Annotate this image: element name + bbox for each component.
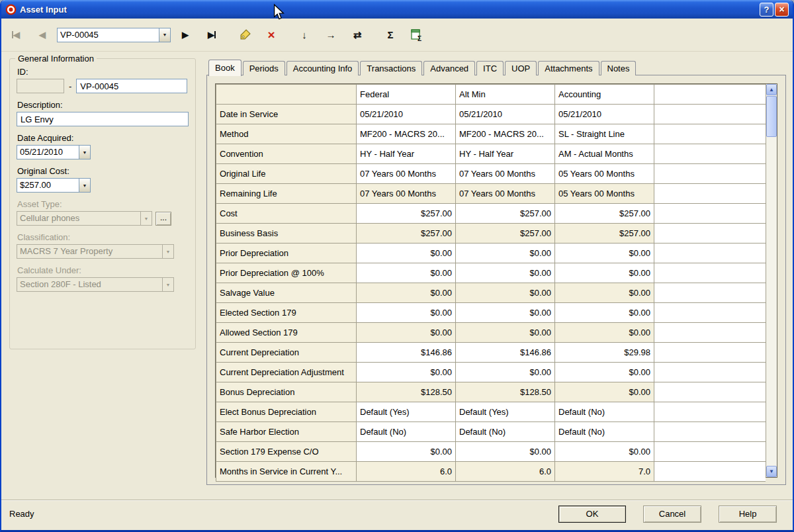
grid-cell[interactable]: $0.00 (456, 363, 555, 382)
move-down-button[interactable]: ↓ (296, 26, 312, 44)
grid-cell[interactable]: Default (Yes) (357, 402, 456, 422)
grid-cell[interactable]: 05 Years 00 Months (555, 164, 654, 184)
tab-notes[interactable]: Notes (601, 61, 637, 75)
grid-row: ConventionHY - Half YearHY - Half YearAM… (216, 144, 766, 164)
grid-cell[interactable]: $0.00 (555, 283, 654, 303)
vertical-scrollbar[interactable]: ▲ ▼ (766, 84, 777, 477)
date-acquired-combo[interactable]: 05/21/2010 ▼ (17, 145, 91, 159)
grid-cell[interactable]: $0.00 (456, 283, 555, 303)
grid-cell[interactable]: $0.00 (456, 244, 555, 263)
grid-cell[interactable]: $257.00 (456, 224, 555, 244)
tab-uop[interactable]: UOP (505, 61, 537, 75)
grid-cell[interactable]: $257.00 (357, 204, 456, 224)
grid-cell[interactable]: $0.00 (456, 303, 555, 323)
grid-cell[interactable]: 6.0 (456, 462, 555, 482)
grid-cell[interactable]: AM - Actual Months (555, 144, 654, 164)
add-asset-button[interactable] (237, 26, 253, 44)
tab-itc[interactable]: ITC (476, 61, 504, 75)
grid-cell[interactable]: $29.98 (555, 343, 654, 363)
chevron-down-icon[interactable]: ▼ (159, 28, 170, 42)
tab-accounting-info[interactable]: Accounting Info (287, 61, 359, 75)
tab-periods[interactable]: Periods (243, 61, 285, 75)
grid-cell[interactable]: Default (No) (456, 422, 555, 442)
grid-cell[interactable]: MF200 - MACRS 20... (357, 124, 456, 144)
grid-cell[interactable]: $257.00 (456, 204, 555, 224)
grid-cell[interactable]: 07 Years 00 Months (456, 164, 555, 184)
grid-cell[interactable]: 7.0 (555, 462, 654, 482)
grid-cell[interactable]: $0.00 (456, 323, 555, 343)
grid-cell[interactable]: Default (No) (555, 402, 654, 422)
scrollbar-thumb[interactable] (766, 96, 777, 137)
grid-cell[interactable]: $0.00 (555, 244, 654, 263)
grid-cell[interactable]: $0.00 (456, 442, 555, 462)
scroll-down-button[interactable]: ▼ (766, 466, 777, 477)
move-right-button[interactable]: → (323, 26, 339, 44)
grid-cell[interactable]: 07 Years 00 Months (456, 184, 555, 204)
grid-cell[interactable]: $0.00 (555, 303, 654, 323)
grid-cell[interactable]: $0.00 (555, 442, 654, 462)
help-button[interactable]: Help (719, 506, 777, 523)
grid-cell[interactable]: $0.00 (357, 244, 456, 263)
grid-cell[interactable]: 05/21/2010 (456, 105, 555, 124)
transfer-button[interactable]: ⇄ (349, 26, 365, 44)
grid-cell[interactable]: HY - Half Year (357, 144, 456, 164)
record-selector-combo[interactable]: VP-00045 ▼ (57, 28, 171, 42)
grid-cell[interactable]: $257.00 (357, 224, 456, 244)
grid-cell[interactable]: $0.00 (357, 363, 456, 382)
grid-cell[interactable]: 07 Years 00 Months (357, 184, 456, 204)
grid-cell[interactable]: 6.0 (357, 462, 456, 482)
description-field[interactable]: LG Envy (17, 112, 189, 126)
id-field[interactable]: VP-00045 (76, 79, 187, 93)
chevron-down-icon[interactable]: ▼ (79, 146, 90, 159)
grid-cell[interactable]: $128.50 (357, 382, 456, 402)
grid-cell[interactable]: $0.00 (555, 323, 654, 343)
previous-record-icon: ◀ (39, 30, 46, 39)
asset-type-browse-button[interactable]: ... (155, 212, 171, 226)
grid-cell[interactable]: $0.00 (555, 382, 654, 402)
tab-book[interactable]: Book (208, 60, 242, 76)
grid-cell[interactable]: Default (No) (357, 422, 456, 442)
grid-cell[interactable]: $0.00 (456, 263, 555, 283)
nav-first-record-button[interactable]: ◀ (8, 26, 24, 44)
grid-cell[interactable]: $0.00 (357, 303, 456, 323)
chevron-down-icon[interactable]: ▼ (79, 179, 90, 192)
grid-cell[interactable]: $0.00 (555, 363, 654, 382)
grid-cell[interactable]: HY - Half Year (456, 144, 555, 164)
close-button[interactable]: × (775, 3, 789, 17)
grid-cell[interactable]: Default (Yes) (456, 402, 555, 422)
calculation-report-button[interactable]: Σ (409, 26, 425, 44)
scrollbar-track[interactable] (766, 138, 777, 466)
grid-cell[interactable]: $146.86 (357, 343, 456, 363)
grid-cell[interactable]: 05/21/2010 (357, 105, 456, 124)
tab-advanced[interactable]: Advanced (423, 61, 475, 75)
grid-row-label: Current Depreciation (216, 343, 357, 363)
scroll-up-button[interactable]: ▲ (766, 84, 777, 95)
grid-cell[interactable]: $0.00 (357, 283, 456, 303)
delete-asset-button[interactable]: × (263, 26, 279, 44)
grid-cell[interactable]: $146.86 (456, 343, 555, 363)
grid-cell[interactable]: $0.00 (357, 263, 456, 283)
grid-cell[interactable]: 05/21/2010 (555, 105, 654, 124)
cancel-button[interactable]: Cancel (643, 506, 701, 523)
tab-attachments[interactable]: Attachments (538, 61, 599, 75)
grid-cell[interactable]: Default (No) (555, 422, 654, 442)
titlebar-help-button[interactable]: ? (760, 3, 773, 17)
nav-previous-record-button[interactable]: ◀ (34, 26, 50, 44)
grid-cell[interactable]: SL - Straight Line (555, 124, 654, 144)
grid-cell[interactable]: $257.00 (555, 204, 654, 224)
sum-button[interactable]: Σ (382, 26, 398, 44)
nav-next-record-button[interactable]: ▶ (177, 26, 193, 44)
grid-cell[interactable]: $0.00 (555, 263, 654, 283)
original-cost-combo[interactable]: $257.00 ▼ (17, 178, 91, 193)
ok-button[interactable]: OK (558, 506, 626, 523)
grid-cell[interactable]: MF200 - MACRS 20... (456, 124, 555, 144)
grid-cell[interactable]: 05 Years 00 Months (555, 184, 654, 204)
nav-last-record-button[interactable]: ▶ (204, 26, 220, 44)
grid-cell[interactable]: $0.00 (357, 323, 456, 343)
grid-cell[interactable]: $257.00 (555, 224, 654, 244)
grid-cell[interactable]: 07 Years 00 Months (357, 164, 456, 184)
app-icon (5, 4, 17, 15)
tab-transactions[interactable]: Transactions (360, 61, 422, 75)
grid-cell[interactable]: $0.00 (357, 442, 456, 462)
grid-cell[interactable]: $128.50 (456, 382, 555, 402)
